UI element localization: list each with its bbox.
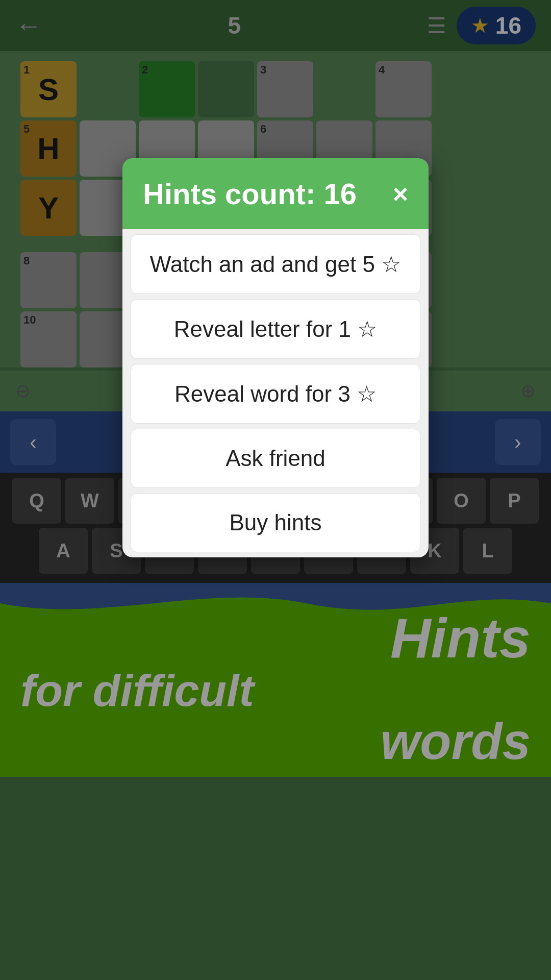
watch-ad-button[interactable]: Watch an ad and get 5 ☆: [131, 234, 420, 294]
ask-friend-button[interactable]: Ask friend: [131, 429, 420, 488]
buy-hints-button[interactable]: Buy hints: [131, 493, 420, 552]
modal-header: Hints count: 16 ×: [122, 158, 429, 229]
modal-title: Hints count: 16: [143, 177, 357, 211]
reveal-word-button[interactable]: Reveal word for 3 ☆: [131, 364, 420, 424]
modal-close-button[interactable]: ×: [393, 179, 408, 209]
modal-overlay: Hints count: 16 × Watch an ad and get 5 …: [0, 0, 551, 980]
hints-modal: Hints count: 16 × Watch an ad and get 5 …: [122, 158, 429, 557]
reveal-letter-button[interactable]: Reveal letter for 1 ☆: [131, 299, 420, 359]
modal-body: Watch an ad and get 5 ☆ Reveal letter fo…: [122, 229, 429, 557]
